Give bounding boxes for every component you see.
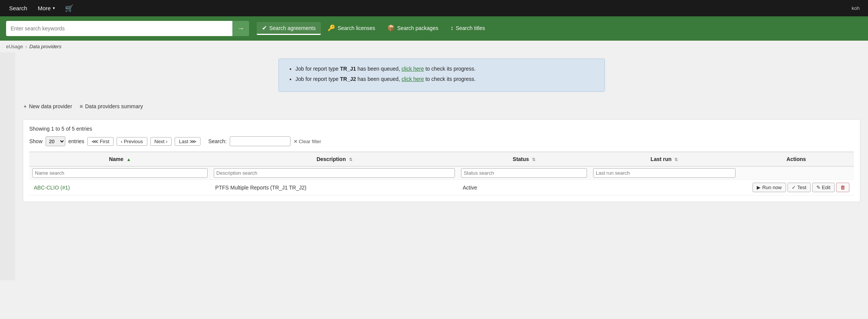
prev-page-icon: ‹ — [121, 139, 122, 144]
col-header-description[interactable]: Description ⇅ — [211, 152, 458, 166]
run-now-button[interactable]: ▶ Run now — [753, 183, 786, 192]
clear-filter-label: Clear filter — [299, 139, 321, 144]
run-now-label: Run now — [762, 185, 781, 190]
action-row: + New data provider ≡ Data providers sum… — [23, 101, 860, 112]
name-search-input[interactable] — [32, 168, 208, 178]
tab-licenses-label: Search licenses — [338, 25, 375, 31]
info-messages: Job for report type TR_J1 has been queue… — [288, 65, 595, 83]
data-providers-summary-button[interactable]: ≡ Data providers summary — [79, 101, 144, 112]
play-icon: ▶ — [757, 185, 761, 190]
description-search-cell — [211, 166, 458, 180]
new-data-provider-label: New data provider — [29, 103, 72, 109]
search-bar: → ✔ Search agreements 🔑 Search licenses … — [0, 16, 868, 41]
per-page-select[interactable]: 10 20 50 100 — [46, 136, 65, 146]
action-buttons: ▶ Run now ✓ Test ✎ Edit 🗑 — [743, 183, 849, 192]
col-actions-label: Actions — [786, 156, 806, 162]
list-icon: ≡ — [80, 103, 83, 109]
breadcrumb-eusage[interactable]: eUsage — [6, 44, 23, 49]
entries-info: Showing 1 to 5 of 5 entries — [29, 126, 854, 132]
click-here-link-1[interactable]: click here — [401, 66, 424, 72]
last-page-button[interactable]: Last ⋙ — [175, 137, 200, 146]
table-search-row — [29, 166, 854, 180]
next-page-icon: › — [166, 139, 167, 144]
status-search-input[interactable] — [461, 168, 587, 178]
row-lastrun-cell — [590, 180, 739, 196]
name-search-cell — [29, 166, 211, 180]
plus-icon: + — [24, 103, 27, 109]
nav-search-label: Search — [9, 5, 27, 11]
data-table: Name ▲ Description ⇅ Status ⇅ Last run — [29, 152, 854, 196]
first-page-icon: ⋘ — [92, 139, 98, 144]
package-icon: 📦 — [387, 24, 395, 32]
click-here-link-2[interactable]: click here — [401, 76, 424, 82]
col-header-lastrun[interactable]: Last run ⇅ — [590, 152, 739, 166]
search-input[interactable] — [6, 21, 232, 36]
col-header-actions: Actions — [739, 152, 854, 166]
table-body: ABC-CLIO (#1) PTFS Multiple Reports (TR_… — [29, 180, 854, 196]
row-status-cell: Active — [458, 180, 590, 196]
nav-more-label: More — [38, 5, 51, 11]
sort-icon: ↕ — [450, 25, 453, 32]
row-description-cell: PTFS Multiple Reports (TR_J1 TR_J2) — [211, 180, 458, 196]
pagination-row: Show 10 20 50 100 entries ⋘ First ‹ Prev… — [29, 136, 854, 146]
nav-search[interactable]: Search — [4, 0, 33, 16]
show-label: Show — [29, 138, 43, 144]
times-icon: ✕ — [294, 139, 298, 144]
table-search-label: Search: — [208, 138, 226, 144]
search-go-button[interactable]: → — [232, 21, 249, 36]
check-icon: ✓ — [792, 185, 796, 190]
clear-filter-button[interactable]: ✕ Clear filter — [294, 139, 321, 144]
description-search-input[interactable] — [214, 168, 455, 178]
edit-label: Edit — [822, 185, 830, 190]
last-page-icon: ⋙ — [189, 139, 196, 144]
info-message-1: Job for report type TR_J1 has been queue… — [295, 65, 595, 73]
col-lastrun-label: Last run — [650, 156, 671, 162]
tab-search-packages[interactable]: 📦 Search packages — [382, 22, 443, 35]
tab-titles-label: Search titles — [456, 25, 485, 31]
page-layout: Job for report type TR_J1 has been queue… — [0, 52, 868, 280]
chevron-down-icon: ▾ — [53, 6, 55, 11]
test-label: Test — [797, 185, 806, 190]
delete-button[interactable]: 🗑 — [836, 183, 849, 192]
sidebar — [0, 52, 15, 280]
arrow-right-icon: → — [237, 25, 244, 33]
lastrun-search-cell — [590, 166, 739, 180]
table-container: Showing 1 to 5 of 5 entries Show 10 20 5… — [23, 119, 860, 202]
col-header-status[interactable]: Status ⇅ — [458, 152, 590, 166]
new-data-provider-button[interactable]: + New data provider — [23, 101, 73, 112]
prev-page-button[interactable]: ‹ Previous — [117, 137, 147, 146]
user-label: koh — [852, 5, 864, 11]
row-name-cell: ABC-CLIO (#1) — [29, 180, 211, 196]
row-name-link[interactable]: ABC-CLIO (#1) — [34, 185, 70, 191]
top-nav: Search More ▾ 🛒 koh — [0, 0, 868, 16]
test-button[interactable]: ✓ Test — [788, 183, 811, 192]
entries-label: entries — [68, 138, 84, 144]
row-actions-cell: ▶ Run now ✓ Test ✎ Edit 🗑 — [739, 180, 854, 196]
breadcrumb-current: Data providers — [29, 44, 62, 49]
sort-both-icon-status: ⇅ — [532, 157, 535, 162]
trash-icon: 🗑 — [840, 185, 845, 190]
data-providers-summary-label: Data providers summary — [85, 103, 143, 109]
sort-both-icon-lastrun: ⇅ — [674, 157, 678, 162]
tab-search-agreements[interactable]: ✔ Search agreements — [257, 22, 321, 35]
next-page-button[interactable]: Next › — [150, 137, 172, 146]
content-area: Job for report type TR_J1 has been queue… — [15, 52, 868, 280]
checkmark-icon: ✔ — [262, 24, 267, 32]
breadcrumb: eUsage › Data providers — [0, 41, 868, 52]
tab-search-titles[interactable]: ↕ Search titles — [445, 22, 490, 35]
cart-icon: 🛒 — [65, 4, 73, 13]
cart-button[interactable]: 🛒 — [60, 0, 78, 16]
col-status-label: Status — [513, 156, 529, 162]
table-row: ABC-CLIO (#1) PTFS Multiple Reports (TR_… — [29, 180, 854, 196]
tab-search-licenses[interactable]: 🔑 Search licenses — [322, 22, 380, 35]
nav-more[interactable]: More ▾ — [33, 0, 60, 16]
lastrun-search-input[interactable] — [593, 168, 735, 178]
edit-button[interactable]: ✎ Edit — [812, 183, 835, 192]
info-message-2: Job for report type TR_J2 has been queue… — [295, 75, 595, 83]
table-search-input[interactable] — [230, 136, 290, 146]
col-header-name[interactable]: Name ▲ — [29, 152, 211, 166]
pencil-icon: ✎ — [816, 185, 821, 190]
tab-packages-label: Search packages — [397, 25, 438, 31]
first-page-button[interactable]: ⋘ First — [87, 137, 114, 146]
info-box: Job for report type TR_J1 has been queue… — [278, 58, 605, 92]
